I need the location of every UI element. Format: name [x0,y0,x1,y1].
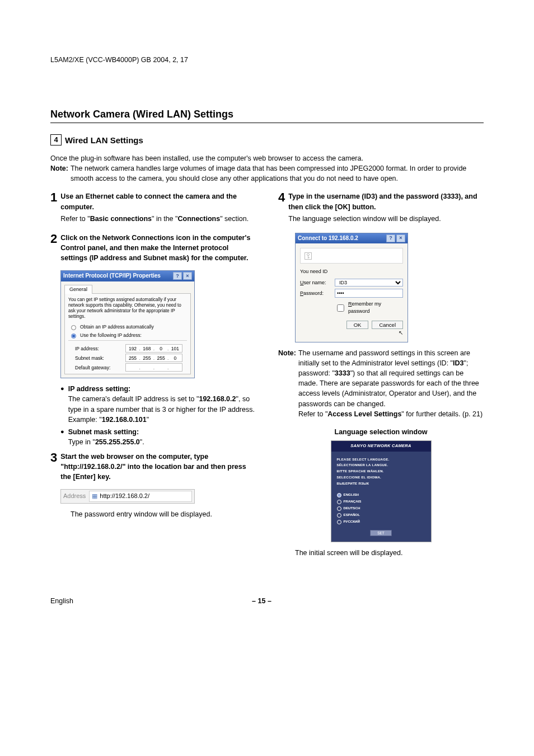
lang-msg: SELECCIONE EL IDIOMA. [337,475,425,480]
radio-manual-label: Use the following IP address: [80,332,142,339]
radio-icon [337,513,341,518]
page-icon: ▦ [92,492,97,501]
ip-setting-text: The camera's default IP address is set t… [68,394,256,414]
radio-auto[interactable] [71,325,76,330]
close-icon[interactable]: × [396,234,405,242]
step-1-num: 1 [50,191,57,227]
step-1-title: Use an Ethernet cable to connect the cam… [60,191,256,212]
lang-option[interactable]: DEUTSCH [337,506,425,511]
note-label: Note: [50,163,68,184]
cancel-button[interactable]: Cancel [372,321,403,329]
subnet-setting-text: Type in "255.255.255.0". [68,437,256,447]
footer-language: English [50,597,73,605]
radio-icon [337,520,341,524]
bullet-icon: ● [60,384,64,425]
note-label: Note: [278,348,296,419]
username-select[interactable]: ID3 [335,279,403,287]
address-label: Address [63,492,86,501]
page-number: – 15 – [252,597,271,605]
remember-label: Remember my password [348,300,403,315]
default-gateway-input[interactable]: ... [125,363,182,372]
browser-address-bar[interactable]: Address ▦ http://192.168.0.2/ [60,489,195,504]
subnet-setting-title: Subnet mask setting: [68,427,256,437]
password-input[interactable] [335,289,403,298]
step-3-after: The password entry window will be displa… [71,509,256,519]
language-window-after: The initial screen will be displayed. [295,548,484,558]
section-heading: 4 Wired LAN Settings [50,134,484,145]
tcpip-dialog-text: You can get IP settings assigned automat… [68,297,187,320]
step-1-desc-bold: Basic connections [90,215,152,223]
radio-icon [337,506,341,511]
connect-dialog: Connect to 192.168.0.2 ? × ⚿ You need ID… [295,233,408,342]
bullet-icon: ● [60,427,64,447]
cursor-icon: ↖ [399,330,403,336]
address-url: http://192.168.0.2/ [100,492,149,501]
step-1-desc: Refer to "Basic connections" in the "Con… [60,214,256,224]
ip-setting-title: IP address setting: [68,384,256,394]
subnet-mask-input[interactable]: 255. 255. 255. 0 [125,354,182,362]
header-line: L5AM2/XE (VCC-WB4000P) GB 2004, 2, 17 [50,56,484,64]
page-title: Network Camera (Wired LAN) Settings [50,109,484,120]
step-2-title: Click on the Network Connections icon in… [60,233,256,263]
step-1-desc-part3: " section. [220,215,249,223]
step-3-title: Start the web browser on the computer, t… [60,452,256,482]
intro-line: Once the plug-in software has been insta… [50,153,484,163]
lang-option[interactable]: FRANÇAIS [337,499,425,504]
lang-option[interactable]: ESPAÑOL [337,513,425,518]
lang-option[interactable]: РУССКИЙ [337,519,425,524]
help-icon[interactable]: ? [386,234,395,242]
language-window-caption: Language selection window [278,427,484,437]
remember-checkbox[interactable] [337,304,344,312]
step-4-num: 4 [278,191,285,227]
lang-msg: BITTE SPRACHE WÄHLEN. [337,469,425,474]
password-label: Password: [300,290,331,297]
section-number: 4 [50,134,62,145]
section-heading-text: Wired LAN Settings [65,135,143,145]
language-window-header: SANYO NETWORK CAMERA [331,441,431,452]
lang-msg: SÉLECTIONNER LA LANGUE. [337,463,425,468]
subnet-mask-label: Subnet mask: [75,355,125,361]
set-button[interactable]: SET [370,530,392,536]
note-text: The network camera handles large volumes… [71,163,484,184]
step-1-desc-part2: " in the " [152,215,177,223]
tcpip-dialog-title: Internet Protocol (TCP/IP) Properties [63,272,161,280]
connect-dialog-title: Connect to 192.168.0.2 [298,234,358,243]
title-rule [50,123,484,123]
need-id-text: You need ID [300,268,403,275]
radio-auto-label: Obtain an IP address automatically [80,323,154,330]
step-2-num: 2 [50,233,57,265]
lang-msg: PLEASE SELECT LANGUAGE. [337,457,425,462]
language-window: SANYO NETWORK CAMERA PLEASE SELECT LANGU… [331,440,432,542]
tcpip-dialog: Internet Protocol (TCP/IP) Properties ? … [60,270,195,378]
ip-setting-example: Example: "192.168.0.101" [68,415,256,425]
radio-icon [337,500,341,504]
step-3-num: 3 [50,452,57,483]
step-4-title: Type in the username (ID3) and the passw… [288,191,484,212]
close-icon[interactable]: × [183,272,192,280]
step-1-desc-part: Refer to " [60,215,90,223]
ip-address-input[interactable]: 192. 168. 0. 101 [125,344,182,353]
step-1-desc-bold2: Connections [177,215,220,223]
help-icon[interactable]: ? [173,272,182,280]
username-label: User name: [300,279,331,287]
lang-option[interactable]: ENGLISH [337,492,425,497]
radio-icon [337,493,341,497]
step-4-desc: The language selection window will be di… [288,214,484,224]
ip-address-label: IP address: [75,345,125,352]
tab-general[interactable]: General [64,285,92,294]
intro: Once the plug-in software has been insta… [50,153,484,184]
ok-button[interactable]: OK [346,321,369,329]
keys-icon: ⚿ [300,248,403,264]
radio-manual[interactable] [71,334,76,339]
default-gateway-label: Default gateway: [75,364,125,371]
lang-msg: ВЫБEPИТE ЯЗЫК [337,481,425,486]
note-text: The username and password settings in th… [298,348,484,419]
